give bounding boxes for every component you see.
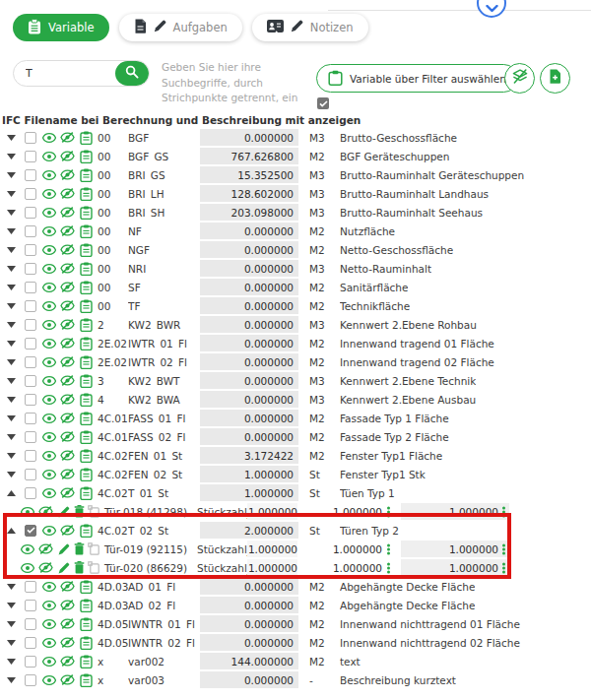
visibility-off-icon[interactable] [60,188,75,199]
table-row[interactable]: 4C.02 FEN_01_St 3.172422 M2 Fenster Typ1… [0,446,591,465]
clipboard-icon[interactable] [80,617,93,631]
row-value[interactable]: 0.000000 [200,428,298,445]
visibility-off-icon[interactable] [60,263,75,274]
clipboard-icon[interactable] [80,636,93,650]
variable-filter-button[interactable]: Variable über Filter auswählen [316,64,518,93]
row-value[interactable]: 0.000000 [200,316,298,333]
expand-toggle-icon[interactable] [7,677,16,683]
visibility-off-icon[interactable] [60,132,75,143]
expand-toggle-icon[interactable] [7,434,16,440]
table-row[interactable]: 4D.03 AD_02_Fl 0.000000 M2 Abgehängte De… [0,596,591,614]
row-checkbox[interactable] [25,431,36,443]
collapse-toggle-icon[interactable] [7,490,16,496]
clipboard-icon[interactable] [80,468,93,481]
expand-toggle-icon[interactable] [7,322,16,328]
clipboard-icon[interactable] [80,355,93,369]
row-value[interactable]: 0.000000 [200,279,298,295]
ifc-display-checkbox[interactable] [317,97,329,109]
row-value[interactable]: 0.000000 [200,634,298,651]
row-value[interactable]: 0.000000 [200,372,298,389]
clipboard-icon[interactable] [80,393,93,407]
edit-pencil-icon[interactable] [58,543,70,555]
table-row[interactable]: 4D.03 AD_01_Fl 0.000000 M2 Abgehängte De… [0,577,591,596]
row-value[interactable]: 0.000000 [200,597,298,613]
row-checkbox[interactable] [25,618,36,630]
tab-notizen[interactable]: Notizen [252,14,368,41]
row-checkbox[interactable] [25,319,36,331]
tab-variable[interactable]: Variable [13,14,109,41]
visibility-off-icon[interactable] [60,300,75,311]
table-row[interactable]: 4D.05 IWNTR_02_Fl 0.000000 M2 Innenwand … [0,633,591,652]
visibility-off-icon[interactable] [60,581,75,592]
clipboard-icon[interactable] [80,374,93,388]
row-checkbox[interactable] [25,581,36,593]
clipboard-icon[interactable] [80,168,93,182]
row-value[interactable]: 2.000000 [200,522,298,539]
visibility-off-icon[interactable] [60,225,75,236]
row-checkbox[interactable] [25,656,36,668]
table-row[interactable]: 4 KW2_BWA 0.000000 M3 Kennwert 2.Ebene A… [0,390,591,409]
table-row[interactable]: 2E.02 IWTR_01_Fl 0.000000 M2 Innenwand t… [0,334,591,352]
clipboard-icon[interactable] [80,430,93,444]
visibility-icon[interactable] [42,226,56,236]
row-checkbox[interactable] [25,244,36,256]
visibility-off-icon[interactable] [60,674,75,685]
row-checkbox[interactable] [25,300,36,312]
expand-toggle-icon[interactable] [7,640,16,646]
row-checkbox[interactable] [25,674,36,686]
hide-all-button[interactable] [504,63,535,94]
row-value[interactable]: 0.000000 [200,671,298,688]
visibility-icon[interactable] [42,376,56,386]
copy-icon[interactable] [88,542,99,555]
clipboard-icon[interactable] [80,262,93,276]
visibility-off-icon[interactable] [60,207,75,218]
visibility-icon[interactable] [42,283,56,292]
tab-aufgaben[interactable]: Aufgaben [119,14,242,41]
clipboard-icon[interactable] [80,524,93,538]
visibility-icon[interactable] [42,264,56,274]
delete-trash-icon[interactable] [74,505,85,518]
expand-toggle-icon[interactable] [7,659,16,665]
row-checkbox[interactable] [25,487,36,499]
clipboard-icon[interactable] [80,580,93,594]
row-value[interactable]: 0.000000 [200,129,298,146]
visibility-off-icon[interactable] [60,469,75,479]
expand-toggle-icon[interactable] [7,453,16,459]
row-checkbox[interactable] [25,207,36,219]
element-sub-row[interactable]: Tür-019 (92115) Stückzahl_L 1.000000 1.0… [0,540,591,558]
clipboard-icon[interactable] [80,412,93,425]
row-value[interactable]: 144.000000 [200,653,298,669]
search-input[interactable] [14,61,115,86]
visibility-icon[interactable] [42,133,56,143]
clipboard-icon[interactable] [80,299,93,313]
row-checkbox[interactable] [25,225,36,237]
row-checkbox[interactable] [25,151,36,162]
clipboard-icon[interactable] [80,281,93,294]
row-menu-icon[interactable] [501,562,506,574]
visibility-icon[interactable] [42,152,56,161]
visibility-off-icon[interactable] [60,356,75,367]
visibility-icon[interactable] [21,563,34,573]
row-menu-icon[interactable] [501,506,506,518]
row-value[interactable]: 0.000000 [200,410,298,426]
visibility-off-icon[interactable] [38,543,53,554]
visibility-icon[interactable] [42,339,56,349]
visibility-icon[interactable] [42,601,56,610]
row-checkbox[interactable] [25,413,36,424]
visibility-icon[interactable] [42,245,56,255]
expand-toggle-icon[interactable] [7,135,16,141]
copy-icon[interactable] [88,505,99,518]
row-menu-icon[interactable] [501,543,506,555]
row-checkbox[interactable] [25,338,36,350]
copy-icon[interactable] [88,561,99,574]
visibility-icon[interactable] [42,395,56,405]
visibility-icon[interactable] [21,507,34,517]
row-checkbox[interactable] [25,394,36,406]
clipboard-icon[interactable] [80,206,93,220]
table-row[interactable]: 00 NF 0.000000 M2 Nutzfläche [0,222,591,240]
visibility-off-icon[interactable] [60,431,75,442]
collapse-toggle-icon[interactable] [7,528,16,534]
visibility-icon[interactable] [42,470,56,479]
visibility-icon[interactable] [21,544,34,554]
row-value[interactable]: 0.000000 [200,353,298,370]
